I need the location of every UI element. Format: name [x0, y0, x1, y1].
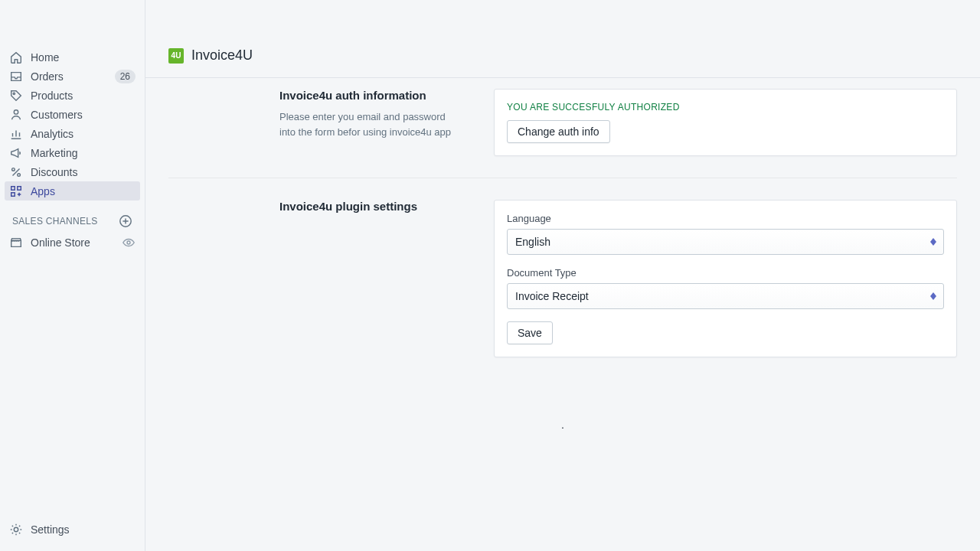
- page-title: Invoice4U: [191, 47, 253, 64]
- chevron-updown-icon: [930, 238, 936, 246]
- settings-card: Language English Document Type: [494, 200, 957, 357]
- nav-products-label: Products: [31, 90, 136, 102]
- person-icon: [9, 108, 23, 122]
- nav-online-store-label: Online Store: [31, 236, 114, 249]
- svg-point-1: [14, 109, 18, 113]
- svg-point-0: [13, 93, 15, 94]
- nav-settings[interactable]: Settings: [5, 520, 140, 539]
- view-store-icon[interactable]: [122, 236, 136, 249]
- nav-products[interactable]: Products: [5, 86, 140, 105]
- nav-marketing[interactable]: Marketing: [5, 143, 140, 162]
- nav-online-store[interactable]: Online Store: [5, 233, 140, 252]
- home-icon: [9, 51, 23, 64]
- chevron-updown-icon: [930, 292, 936, 300]
- chart-icon: [9, 127, 23, 141]
- language-label: Language: [507, 213, 944, 224]
- svg-rect-5: [18, 186, 21, 190]
- sidebar: Home Orders 26 Products Customers: [0, 0, 145, 551]
- svg-point-8: [127, 241, 130, 244]
- save-button[interactable]: Save: [507, 321, 553, 344]
- svg-point-2: [12, 168, 15, 171]
- nav-customers-label: Customers: [31, 109, 136, 121]
- nav-home-label: Home: [31, 51, 136, 64]
- nav-marketing-label: Marketing: [31, 147, 136, 159]
- store-icon: [9, 236, 23, 249]
- nav-home[interactable]: Home: [5, 47, 140, 67]
- nav-apps-label: Apps: [31, 185, 136, 197]
- sales-channels-header: SALES CHANNELS: [5, 201, 140, 233]
- svg-point-9: [14, 527, 18, 531]
- settings-section-title: Invoice4u plugin settings: [279, 200, 463, 213]
- page-header: 4U Invoice4U: [145, 0, 980, 77]
- main-content: 4U Invoice4U Invoice4u auth information …: [145, 0, 980, 551]
- percent-icon: [9, 165, 23, 179]
- gear-icon: [9, 523, 23, 536]
- nav-analytics-label: Analytics: [31, 128, 136, 140]
- nav-orders[interactable]: Orders 26: [5, 67, 140, 86]
- nav-discounts[interactable]: Discounts: [5, 162, 140, 181]
- settings-section: Invoice4u plugin settings Language Engli…: [168, 178, 957, 376]
- language-select-value: English: [515, 236, 550, 248]
- nav-discounts-label: Discounts: [31, 166, 136, 178]
- dot-mark: .: [168, 419, 957, 431]
- nav-settings-label: Settings: [31, 523, 136, 536]
- tag-icon: [9, 89, 23, 103]
- doctype-label: Document Type: [507, 267, 944, 279]
- apps-icon: [9, 184, 23, 198]
- change-auth-button[interactable]: Change auth info: [507, 120, 610, 143]
- auth-section-title: Invoice4u auth information: [279, 89, 463, 102]
- svg-point-3: [18, 173, 21, 176]
- primary-nav: Home Orders 26 Products Customers: [0, 47, 145, 520]
- nav-analytics[interactable]: Analytics: [5, 124, 140, 143]
- auth-card: YOU ARE SUCCESFULY AUTHORIZED Change aut…: [494, 89, 957, 156]
- orders-badge: 26: [115, 70, 136, 83]
- auth-section-description: Please enter you email and password into…: [279, 109, 463, 139]
- doctype-select-value: Invoice Receipt: [515, 290, 589, 302]
- doctype-select[interactable]: Invoice Receipt: [507, 283, 944, 309]
- app-logo-icon: 4U: [168, 48, 184, 64]
- language-select[interactable]: English: [507, 229, 944, 255]
- svg-rect-6: [11, 192, 15, 196]
- inbox-icon: [9, 70, 23, 83]
- auth-status-text: YOU ARE SUCCESFULY AUTHORIZED: [507, 102, 944, 112]
- nav-customers[interactable]: Customers: [5, 105, 140, 124]
- megaphone-icon: [9, 146, 23, 160]
- sales-channels-label: SALES CHANNELS: [12, 216, 98, 227]
- auth-section: Invoice4u auth information Please enter …: [168, 89, 957, 174]
- nav-apps[interactable]: Apps: [5, 181, 140, 201]
- svg-rect-4: [11, 186, 15, 190]
- add-channel-icon[interactable]: [119, 214, 132, 228]
- nav-orders-label: Orders: [31, 70, 107, 83]
